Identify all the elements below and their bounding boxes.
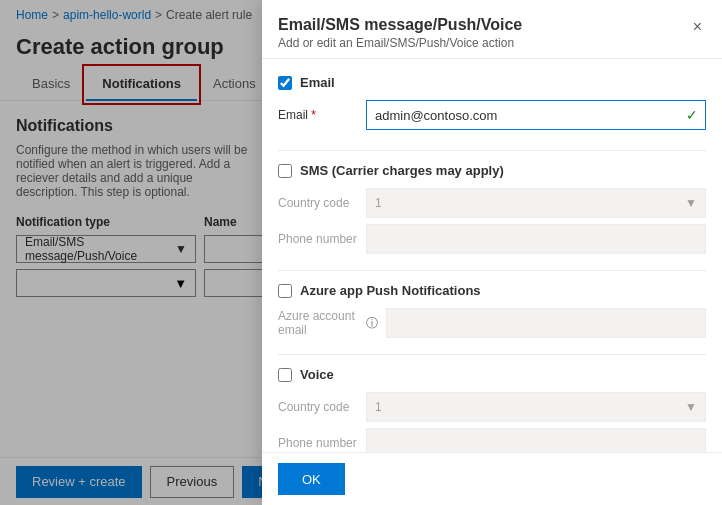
voice-checkbox-row: Voice (278, 367, 706, 382)
chevron-down-icon-3: ▼ (685, 196, 697, 210)
divider-2 (278, 270, 706, 271)
voice-country-label: Country code (278, 400, 358, 414)
voice-section: Voice Country code 1 ▼ Phone number (278, 367, 706, 452)
sms-phone-input (366, 224, 706, 254)
panel-title: Email/SMS message/Push/Voice (278, 16, 522, 34)
country-code-value: 1 (375, 196, 382, 210)
main-page: Home > apim-hello-world > Create alert r… (0, 0, 722, 505)
country-code-dropdown: 1 ▼ (366, 188, 706, 218)
azure-checkbox-row: Azure app Push Notifications (278, 283, 706, 298)
voice-country-dropdown: 1 ▼ (366, 392, 706, 422)
phone-number-row: Phone number (278, 224, 706, 254)
voice-phone-row: Phone number (278, 428, 706, 452)
voice-country-code-row: Country code 1 ▼ (278, 392, 706, 422)
email-checkbox[interactable] (278, 76, 292, 90)
panel-close-button[interactable]: × (689, 16, 706, 38)
divider-1 (278, 150, 706, 151)
email-checkbox-row: Email (278, 75, 706, 90)
panel-body: Email Email * ✓ SMS (262, 59, 722, 452)
email-sms-panel: Email/SMS message/Push/Voice Add or edit… (262, 0, 722, 505)
sms-checkbox-row: SMS (Carrier charges may apply) (278, 163, 706, 178)
email-field-label: Email * (278, 108, 358, 122)
voice-label: Voice (300, 367, 334, 382)
sms-section: SMS (Carrier charges may apply) Country … (278, 163, 706, 254)
panel-subtitle: Add or edit an Email/SMS/Push/Voice acti… (278, 36, 522, 50)
email-label: Email (300, 75, 335, 90)
chevron-down-icon-4: ▼ (685, 400, 697, 414)
panel-header: Email/SMS message/Push/Voice Add or edit… (262, 0, 722, 59)
ok-button[interactable]: OK (278, 463, 345, 495)
azure-push-checkbox[interactable] (278, 284, 292, 298)
azure-email-input (386, 308, 706, 338)
azure-info-icon: ⓘ (366, 315, 378, 332)
email-input-container: ✓ (366, 100, 706, 130)
azure-push-section: Azure app Push Notifications Azure accou… (278, 283, 706, 338)
phone-label: Phone number (278, 232, 358, 246)
country-code-row: Country code 1 ▼ (278, 188, 706, 218)
sms-checkbox[interactable] (278, 164, 292, 178)
email-section: Email Email * ✓ (278, 75, 706, 130)
voice-checkbox[interactable] (278, 368, 292, 382)
voice-country-value: 1 (375, 400, 382, 414)
country-code-label: Country code (278, 196, 358, 210)
email-field-row: Email * ✓ (278, 100, 706, 130)
required-marker: * (311, 108, 316, 122)
azure-email-label: Azure account email (278, 309, 358, 337)
voice-phone-label: Phone number (278, 436, 358, 450)
email-input[interactable] (366, 100, 706, 130)
divider-3 (278, 354, 706, 355)
azure-push-label: Azure app Push Notifications (300, 283, 481, 298)
azure-email-row: Azure account email ⓘ (278, 308, 706, 338)
voice-phone-input (366, 428, 706, 452)
sms-label: SMS (Carrier charges may apply) (300, 163, 504, 178)
check-icon: ✓ (686, 107, 698, 123)
panel-header-text: Email/SMS message/Push/Voice Add or edit… (278, 16, 522, 50)
panel-footer: OK (262, 452, 722, 505)
